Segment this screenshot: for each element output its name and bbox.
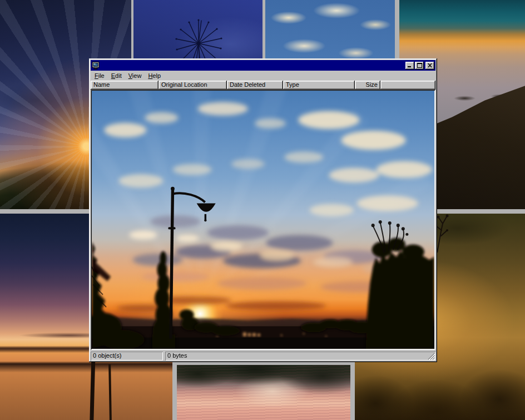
desktop: { "window": { "title": "", "titlebar_col… <box>0 0 525 420</box>
recycle-bin-window: FileEditViewHelp NameOriginal LocationDa… <box>89 58 437 362</box>
menu-bar: FileEditViewHelp <box>91 71 435 81</box>
minimize-button[interactable] <box>405 62 414 70</box>
close-icon <box>428 63 432 67</box>
status-byte-count-text: 0 bytes <box>167 352 187 359</box>
column-header-size[interactable]: Size <box>355 81 380 90</box>
minimize-icon <box>408 63 412 67</box>
column-header-date-deleted[interactable]: Date Deleted <box>227 81 283 90</box>
column-header-filler[interactable] <box>380 81 435 90</box>
status-object-count: 0 object(s) <box>91 352 163 360</box>
computer-monitor-icon[interactable] <box>92 62 100 70</box>
column-header-original-location[interactable]: Original Location <box>159 81 227 90</box>
list-view-background-photo <box>92 91 434 349</box>
maximize-icon <box>417 63 422 68</box>
wallpaper-photo-pink-reflection <box>177 365 350 420</box>
menu-item-edit[interactable]: Edit <box>108 71 125 80</box>
maximize-button[interactable] <box>415 62 424 70</box>
window-titlebar[interactable] <box>91 60 435 71</box>
status-bar: 0 object(s) 0 bytes <box>91 352 435 360</box>
resize-grip-icon[interactable] <box>428 353 435 360</box>
pole-silhouette <box>108 364 112 420</box>
close-button[interactable] <box>425 62 434 70</box>
column-header-type[interactable]: Type <box>283 81 355 90</box>
menu-item-view[interactable]: View <box>125 71 145 80</box>
twig-silhouette <box>433 214 466 253</box>
status-byte-count: 0 bytes <box>165 352 435 360</box>
menu-item-help[interactable]: Help <box>145 71 164 80</box>
list-view-area[interactable] <box>91 90 435 350</box>
menu-item-file[interactable]: File <box>91 71 108 80</box>
column-header-name[interactable]: Name <box>91 81 159 90</box>
list-column-headers: NameOriginal LocationDate DeletedTypeSiz… <box>91 81 435 90</box>
